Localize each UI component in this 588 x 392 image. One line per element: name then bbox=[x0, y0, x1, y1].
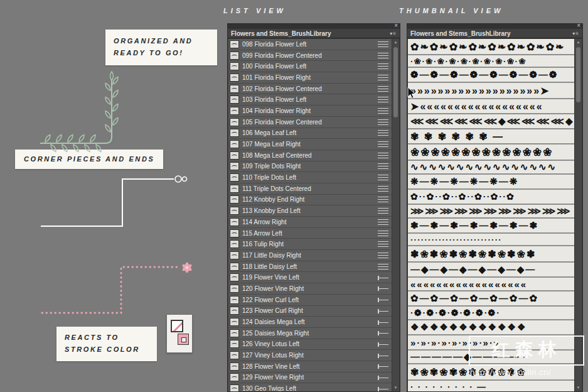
brush-label: 110 Triple Dots Left bbox=[242, 174, 375, 181]
scroll-up-icon[interactable]: ▲ bbox=[392, 39, 399, 46]
art-brush-icon bbox=[378, 389, 388, 389]
brush-list-item[interactable]: 107 Mega Leaf Right bbox=[228, 139, 392, 150]
scatter-brush-icon bbox=[378, 108, 388, 114]
brush-thumbnail-row[interactable]: ➤«««««««««««««««««« bbox=[408, 99, 574, 114]
brush-thumbnail-row[interactable]: »»»»»»»»»»»»»»»»»»»➤ bbox=[408, 83, 574, 99]
brush-label: 124 Daisies Mega Left bbox=[242, 318, 375, 325]
leafy-corner-graphic bbox=[38, 77, 135, 149]
brush-list-item[interactable]: 130 Geo Twigs Left bbox=[228, 383, 392, 391]
brush-list-item[interactable]: 111 Triple Dots Centered bbox=[228, 183, 392, 195]
brush-list-item[interactable]: 118 Little Daisy Left bbox=[228, 261, 392, 273]
brush-list-item[interactable]: 117 Little Daisy Right bbox=[228, 250, 392, 261]
brush-list-item[interactable]: 126 Viney Lotus Left bbox=[228, 339, 392, 351]
brush-list-item[interactable]: 112 Knobby End Right bbox=[228, 195, 392, 206]
brush-list-item[interactable]: 116 Tulip Right bbox=[228, 239, 392, 250]
brush-list-item[interactable]: 129 Flower Vine Right bbox=[228, 373, 392, 384]
brush-thumbnail-row[interactable]: ❋—❋—❋—❋—❋—❋ bbox=[408, 175, 574, 190]
brush-list-item[interactable]: 105 Florida Flower Centered bbox=[228, 117, 392, 128]
panel-menu-icon[interactable]: ▾≡ bbox=[390, 31, 397, 36]
brush-label: 130 Geo Twigs Left bbox=[242, 385, 375, 391]
brush-thumbnail-row[interactable]: ✿—✿—✿—✿—✿—✿—✿ bbox=[408, 291, 574, 307]
brush-thumbnail-row[interactable]: ∙❀∙❀∙❀∙❀∙❀∙❀∙❀∙❀∙❀∙❀ bbox=[408, 55, 574, 68]
scatter-brush-icon bbox=[378, 141, 388, 147]
brush-list-item[interactable]: 128 Flower Vine Left bbox=[228, 361, 392, 373]
mouse-cursor-icon bbox=[407, 87, 416, 99]
panel-menu-icon[interactable]: ▾≡ bbox=[572, 31, 579, 36]
brush-label: 115 Arrow Left bbox=[242, 230, 375, 237]
pink-flower bbox=[181, 263, 193, 273]
brush-thumbnail-row[interactable]: ❀❀❀❀❀❀❀❀❀❀❀❀❀❀ bbox=[408, 144, 574, 161]
brush-list-item[interactable]: 115 Arrow Left bbox=[228, 228, 392, 239]
brush-list-item[interactable]: 108 Mega Leaf Centered bbox=[228, 150, 392, 161]
brush-thumbnail-row[interactable]: —◆—◆—◆—◆—◆—◆— bbox=[408, 263, 574, 278]
brush-thumbnail-row[interactable]: ❖❖❖❖❖❖❖❖❖❖❖❖ bbox=[408, 320, 574, 335]
brush-list-item[interactable]: 109 Triple Dots Right bbox=[228, 161, 392, 173]
brush-thumbnail-row[interactable]: ✿❧✿❧✿❧✿❧✿❧✿❧✿❧✿❧ bbox=[408, 39, 574, 55]
art-brush-icon bbox=[378, 311, 388, 312]
close-icon[interactable]: × bbox=[394, 22, 398, 30]
art-brush-icon bbox=[378, 344, 388, 345]
art-brush-icon bbox=[378, 366, 388, 367]
scatter-brush-icon bbox=[378, 130, 388, 136]
brush-list: 098 Florida Flower Left099 Florida Flowe… bbox=[228, 39, 392, 391]
scatter-brush-icon bbox=[378, 253, 388, 258]
scatter-brush-icon bbox=[378, 63, 388, 69]
brush-list-item[interactable]: 098 Florida Flower Left bbox=[228, 39, 392, 50]
fill-swatch[interactable] bbox=[171, 320, 183, 332]
brush-list-item[interactable]: 123 Flower Curl Right bbox=[228, 306, 392, 317]
brush-list-item[interactable]: 103 Florida Flower Left bbox=[228, 94, 392, 106]
brush-mini-preview bbox=[230, 340, 239, 348]
brush-list-item[interactable]: 113 Knobby End Left bbox=[228, 205, 392, 217]
thumb-panel-tab[interactable]: Flowers and Stems_BrushLibrary ▾≡ bbox=[407, 29, 582, 38]
brush-thumbnail-row[interactable]: ❃—❃—❃—❃—❃—❃—❃ bbox=[408, 219, 574, 234]
brush-list-item[interactable]: 101 Florida Flower Right bbox=[228, 72, 392, 84]
brush-thumbnail-row[interactable]: ∙∙∙∙∙∙∙∙∙∙∙∙∙∙∙∙∙∙∙∙∙∙∙∙∙∙ bbox=[408, 234, 574, 246]
brush-thumbnail-row[interactable]: ∿∿∿∿∿∿∿∿∿∿∿∿∿∿∿∿ bbox=[408, 161, 574, 175]
brush-list-item[interactable]: 110 Triple Dots Left bbox=[228, 172, 392, 183]
scatter-brush-icon bbox=[378, 208, 388, 214]
brush-mini-preview bbox=[230, 307, 239, 315]
organized-callout: ORGANIZED AND READY TO GO! bbox=[105, 30, 217, 65]
watermark: 红森林 http://www.hoslin.cn/ bbox=[469, 335, 584, 377]
list-panel-tab[interactable]: Flowers and Stems_BrushLibrary ▾≡ bbox=[228, 29, 400, 38]
brush-list-item[interactable]: 100 Florida Flower Left bbox=[228, 61, 392, 72]
brush-label: 113 Knobby End Left bbox=[242, 207, 375, 214]
fill-stroke-widget[interactable] bbox=[166, 314, 193, 353]
art-brush-icon bbox=[378, 288, 388, 289]
brush-thumbnail-row[interactable]: ❁—❁—❁—❁—❁—❁—❁—❁ bbox=[408, 68, 574, 83]
close-icon[interactable]: × bbox=[577, 22, 580, 30]
brush-thumbnail-row[interactable]: ✽❀✽❀✽❀✽❀✽❀✽❀✽ bbox=[408, 246, 574, 263]
scroll-down-icon[interactable]: ▼ bbox=[575, 384, 582, 391]
scroll-down-icon[interactable]: ▼ bbox=[392, 384, 399, 391]
scroll-up-icon[interactable]: ▲ bbox=[575, 39, 582, 46]
thumbnail-view-label: THUMBNAIL VIEW bbox=[399, 7, 503, 14]
brush-thumbnail-row[interactable]: ⋘⋘⋘⋘⋘⋘◆⋘⋘⋘⋘◆ — bbox=[408, 114, 574, 129]
brush-list-item[interactable]: 120 Flower Vine Right bbox=[228, 283, 392, 295]
brush-thumbnail-row[interactable]: ⋙⋙⋙⋙⋙⋙⋙⋙⋙⋙⋙ bbox=[408, 205, 574, 219]
brush-list-item[interactable]: 099 Florida Flower Centered bbox=[228, 50, 392, 62]
brush-list-item[interactable]: 124 Daisies Mega Left bbox=[228, 317, 392, 328]
brush-list-item[interactable]: 114 Arrow Right bbox=[228, 217, 392, 228]
brush-thumbnail-row[interactable]: ✿∙∙✿∙∙✿∙∙✿∙∙✿∙∙✿∙∙✿ bbox=[408, 190, 574, 205]
brush-mini-preview bbox=[230, 384, 239, 391]
brush-mini-preview bbox=[230, 318, 239, 326]
brush-list-item[interactable]: 127 Viney Lotus Right bbox=[228, 350, 392, 361]
brush-list-item[interactable]: 106 Mega Leaf Left bbox=[228, 128, 392, 139]
thumb-panel-frame: × bbox=[407, 24, 582, 29]
brush-label: 104 Florida Flower Right bbox=[242, 107, 375, 114]
brush-thumbnail-row[interactable]: ∙ ∙ ∙ ∙ ∙ ∙ ∙ ∙ ∙ — bbox=[408, 381, 574, 391]
stroke-swatch[interactable] bbox=[178, 334, 189, 345]
brush-list-item[interactable]: 104 Florida Flower Right bbox=[228, 106, 392, 117]
brush-thumbnail-row[interactable]: ∙❁∙❁∙❁∙❁∙❁∙❁∙❁∙ bbox=[408, 307, 574, 320]
brush-list-item[interactable]: 102 Florida Flower Centered bbox=[228, 84, 392, 95]
brush-thumbnail-row[interactable]: «««««««««««««««««« bbox=[408, 278, 574, 291]
list-scrollbar[interactable]: ▲ ▼ bbox=[392, 39, 399, 391]
brush-list-item[interactable]: 119 Flower Vine Left bbox=[228, 272, 392, 283]
watermark-url: http://www.hoslin.cn/ bbox=[469, 368, 584, 377]
brush-list-item[interactable]: 125 Daisies Mega Right bbox=[228, 328, 392, 339]
brush-mini-preview bbox=[230, 95, 239, 104]
brush-list-item[interactable]: 122 Flower Curl Left bbox=[228, 295, 392, 306]
scrollbar-thumb[interactable] bbox=[576, 47, 580, 102]
scrollbar-thumb[interactable] bbox=[393, 47, 398, 117]
brush-thumbnail-row[interactable]: ✾ ✾ ✾ ✾ ✾ ✾ — bbox=[408, 129, 574, 144]
